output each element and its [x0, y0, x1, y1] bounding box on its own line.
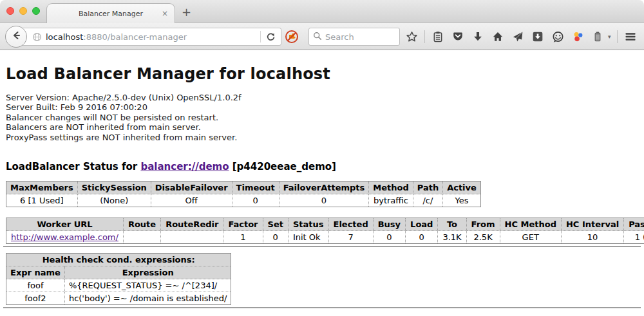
- proxypass-warning-line: ProxyPass settings are NOT inherited fro…: [6, 133, 638, 142]
- zoom-window-button[interactable]: [32, 7, 40, 15]
- toolbar-divider: [617, 30, 618, 43]
- col-timeout: Timeout: [232, 181, 279, 194]
- col-method: Method: [369, 181, 413, 194]
- cell-to: 3.1K: [438, 231, 466, 244]
- cell-passes: 1 (0): [624, 231, 644, 244]
- reload-button[interactable]: [266, 32, 276, 42]
- container-icon[interactable]: [591, 30, 605, 44]
- menu-icon[interactable]: [623, 30, 638, 44]
- col-elected: Elected: [328, 218, 373, 231]
- tab-bar: Balancer Manager × +: [0, 0, 644, 23]
- back-arrow-icon: [11, 30, 21, 43]
- bookmark-star-icon[interactable]: [404, 30, 419, 44]
- col-hc-method: HC Method: [500, 218, 561, 231]
- col-worker-url: Worker URL: [6, 218, 124, 231]
- cell-busy: 0: [373, 231, 405, 244]
- col-active: Active: [443, 181, 481, 194]
- navigation-toolbar: localhost:8880/balancer-manager: [0, 23, 644, 50]
- health-row-foof: foof %{REQUEST_STATUS} =~ /^[234]/: [6, 279, 231, 292]
- status-heading-suffix: [p4420eeae_demo]: [229, 161, 336, 172]
- search-icon: [313, 31, 322, 43]
- balancer-summary-table: MaxMembers StickySession DisableFailover…: [6, 181, 481, 207]
- pocket-icon[interactable]: [451, 30, 465, 44]
- window-controls: [6, 7, 40, 15]
- cell-path: /c/: [413, 194, 442, 207]
- cell-failoverattempts: 0: [279, 194, 369, 207]
- toolbar-divider: [424, 30, 425, 43]
- loadbalancer-status-heading: LoadBalancer Status for balancer://demo …: [6, 161, 638, 172]
- new-tab-button[interactable]: +: [182, 5, 191, 19]
- cell-from: 2.5K: [466, 231, 500, 244]
- cell-timeout: 0: [232, 194, 279, 207]
- col-path: Path: [413, 181, 442, 194]
- browser-window: Balancer Manager × + localhost:8880/bala…: [0, 0, 644, 316]
- worker-header-row: Worker URL Route RouteRedir Factor Set S…: [6, 218, 644, 231]
- page-title: Load Balancer Manager for localhost: [6, 65, 638, 83]
- inherit-warning-line: Balancers are NOT inherited from main se…: [6, 122, 638, 132]
- col-expr-name: Expr name: [6, 266, 65, 279]
- col-expression: Expression: [64, 266, 231, 279]
- download-icon[interactable]: [471, 30, 485, 44]
- cell-expr-name: foof: [6, 279, 65, 292]
- worker-table: Worker URL Route RouteRedir Factor Set S…: [6, 218, 644, 244]
- reading-list-icon[interactable]: [431, 30, 445, 44]
- minimize-window-button[interactable]: [19, 7, 27, 15]
- status-heading-prefix: LoadBalancer Status for: [6, 161, 140, 172]
- cell-routeredir: [161, 231, 223, 244]
- server-built-line: Server Built: Feb 9 2016 07:00:20: [6, 102, 638, 112]
- cell-expression: hc('body') =~ /domain is established/: [64, 292, 231, 305]
- send-icon[interactable]: [511, 30, 525, 44]
- cell-method: bytraffic: [369, 194, 413, 207]
- home-icon[interactable]: [491, 30, 505, 44]
- cell-status: Init Ok: [288, 231, 328, 244]
- url-bar[interactable]: localhost:8880/balancer-manager: [16, 28, 281, 46]
- balancer-header-row: MaxMembers StickySession DisableFailover…: [6, 181, 481, 194]
- col-failoverattempts: FailoverAttempts: [279, 181, 369, 194]
- frame-download-icon[interactable]: [531, 30, 545, 44]
- worker-url-link[interactable]: http://www.example.com/: [11, 232, 118, 242]
- server-version-line: Server Version: Apache/2.5.0-dev (Unix) …: [6, 93, 638, 102]
- color-dots-icon[interactable]: [571, 30, 585, 44]
- url-text[interactable]: localhost:8880/balancer-manager: [46, 32, 260, 42]
- back-button[interactable]: [5, 26, 27, 48]
- tab-close-icon[interactable]: ×: [162, 9, 168, 18]
- health-row-foof2: foof2 hc('body') =~ /domain is establish…: [6, 292, 231, 305]
- cell-factor: 1: [223, 231, 263, 244]
- globe-icon: [32, 32, 42, 42]
- col-hc-interval: HC Interval: [561, 218, 623, 231]
- cell-expr-name: foof2: [6, 292, 65, 305]
- tab-balancer-manager[interactable]: Balancer Manager ×: [46, 3, 175, 23]
- dropdown-caret-icon[interactable]: ▾: [608, 33, 611, 40]
- col-busy: Busy: [373, 218, 405, 231]
- health-title-row: Health check cond. expressions:: [6, 254, 231, 266]
- col-from: From: [466, 218, 500, 231]
- cell-maxmembers: 6 [1 Used]: [6, 194, 78, 207]
- col-load: Load: [406, 218, 438, 231]
- plugin-blocked-icon[interactable]: [285, 30, 299, 46]
- smiley-icon[interactable]: [551, 30, 565, 44]
- col-to: To: [438, 218, 466, 231]
- divider: [3, 246, 641, 247]
- url-host: localhost: [46, 32, 83, 42]
- close-window-button[interactable]: [6, 7, 14, 15]
- worker-data-row: http://www.example.com/ 1 0 Init Ok 7 0 …: [6, 231, 644, 244]
- tab-title: Balancer Manager: [79, 10, 143, 18]
- server-info: Server Version: Apache/2.5.0-dev (Unix) …: [6, 93, 638, 142]
- col-maxmembers: MaxMembers: [6, 181, 78, 194]
- urlbar-divider: [260, 31, 261, 42]
- search-input[interactable]: [325, 32, 390, 42]
- cell-stickysession: (None): [77, 194, 151, 207]
- url-path: :8880/balancer-manager: [83, 32, 187, 42]
- toolbar-icons: ▾: [404, 23, 644, 50]
- cell-disablefailover: Off: [151, 194, 232, 207]
- cell-load: 0: [406, 231, 438, 244]
- health-header-row: Expr name Expression: [6, 266, 231, 279]
- divider: [3, 307, 641, 308]
- page-content: Load Balancer Manager for localhost Serv…: [0, 65, 644, 308]
- search-bar[interactable]: [308, 28, 400, 46]
- health-table-title: Health check cond. expressions:: [6, 254, 231, 266]
- col-stickysession: StickySession: [77, 181, 151, 194]
- cell-elected: 7: [328, 231, 373, 244]
- cell-hc-method: GET: [500, 231, 561, 244]
- balancer-demo-link[interactable]: balancer://demo: [140, 161, 229, 172]
